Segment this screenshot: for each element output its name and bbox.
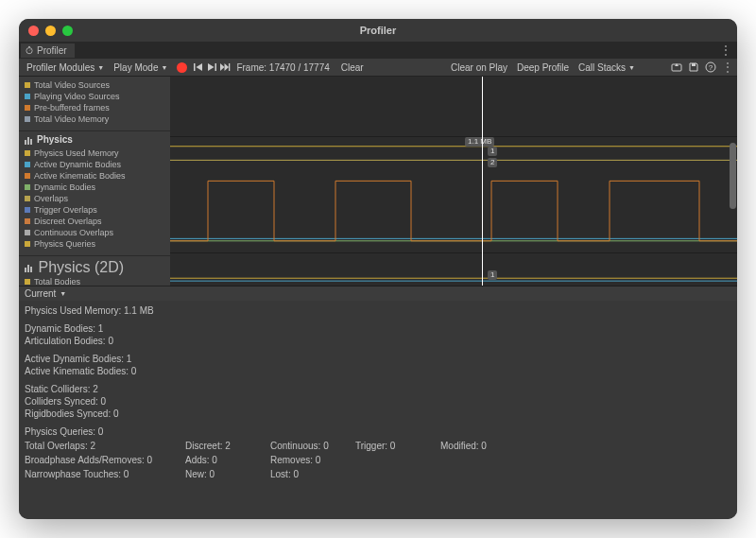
chart-area[interactable]: 1.1 MB 1 2 1 bbox=[170, 77, 737, 286]
toolbar-menu-icon[interactable]: ⋮ bbox=[722, 61, 733, 74]
playmode-dropdown[interactable]: Play Mode▼ bbox=[110, 61, 171, 74]
close-button[interactable] bbox=[28, 26, 39, 36]
legend-label: Dynamic Bodies bbox=[34, 182, 95, 193]
frame-cursor[interactable] bbox=[482, 77, 483, 286]
legend-label: Total Video Sources bbox=[34, 79, 110, 91]
swatch bbox=[25, 150, 30, 156]
svg-rect-4 bbox=[194, 63, 196, 71]
svg-text:?: ? bbox=[709, 63, 713, 72]
svg-rect-18 bbox=[30, 139, 32, 145]
save-icon[interactable] bbox=[688, 61, 699, 73]
legend-item[interactable]: Total Video Sources bbox=[25, 79, 164, 91]
svg-rect-7 bbox=[215, 63, 217, 71]
callstacks-dropdown[interactable]: Call Stacks▼ bbox=[575, 61, 639, 74]
minimize-button[interactable] bbox=[45, 26, 56, 36]
badge-1a: 1 bbox=[488, 147, 497, 156]
badge-2: 2 bbox=[488, 158, 497, 167]
swatch bbox=[25, 105, 30, 111]
svg-rect-19 bbox=[25, 268, 26, 272]
stat-mem: Physics Used Memory: 1.1 MB bbox=[25, 304, 731, 317]
current-dropdown[interactable]: Current▼ bbox=[19, 286, 737, 301]
legend-item[interactable]: Total Video Memory bbox=[25, 113, 164, 125]
svg-line-3 bbox=[29, 49, 30, 50]
legend-item[interactable]: Physics Used Memory bbox=[25, 148, 164, 159]
chart-video bbox=[170, 77, 737, 137]
legend-label: Overlaps bbox=[34, 193, 68, 204]
chart-scrollbar[interactable] bbox=[728, 77, 737, 286]
legend-item[interactable]: Pre-buffered frames bbox=[25, 102, 164, 113]
next-frame-button[interactable] bbox=[206, 61, 217, 73]
tab-menu-icon[interactable]: ⋮ bbox=[720, 43, 731, 57]
swatch bbox=[25, 162, 30, 167]
swatch bbox=[25, 173, 30, 179]
zoom-button[interactable] bbox=[62, 26, 73, 36]
legend-label: Total Video Memory bbox=[34, 113, 109, 125]
legend-label: Trigger Overlaps bbox=[34, 204, 97, 216]
legend-label: Pre-buffered frames bbox=[34, 102, 110, 113]
clear-button[interactable]: Clear bbox=[337, 61, 368, 74]
row-broadphase: Broadphase Adds/Removes: 0 Adds: 0 Remov… bbox=[25, 454, 731, 466]
chart-physics2d: 1 bbox=[170, 253, 737, 286]
legend-label: Physics Used Memory bbox=[34, 148, 119, 159]
legend-item[interactable]: Discreet Overlaps bbox=[25, 216, 164, 227]
deep-profile-toggle[interactable]: Deep Profile bbox=[513, 61, 573, 74]
main-area: Total Video SourcesPlaying Video Sources… bbox=[19, 77, 737, 519]
module-physics[interactable]: Physics Physics Used MemoryActive Dynami… bbox=[19, 131, 170, 256]
profiler-window: Profiler Profiler ⋮ Profiler Modules▼ Pl… bbox=[19, 19, 737, 519]
legend-item[interactable]: Total Bodies bbox=[25, 276, 164, 286]
clear-on-play-toggle[interactable]: Clear on Play bbox=[447, 61, 511, 74]
swatch bbox=[25, 241, 30, 247]
legend-item[interactable]: Active Dynamic Bodies bbox=[25, 159, 164, 170]
legend-item[interactable]: Active Kinematic Bodies bbox=[25, 170, 164, 182]
svg-rect-13 bbox=[692, 63, 696, 66]
tab-profiler[interactable]: Profiler bbox=[21, 43, 75, 58]
module-sidebar: Total Video SourcesPlaying Video Sources… bbox=[19, 77, 170, 286]
profiler-modules-dropdown[interactable]: Profiler Modules▼ bbox=[23, 61, 108, 74]
module-video[interactable]: Total Video SourcesPlaying Video Sources… bbox=[19, 77, 170, 131]
scroll-thumb[interactable] bbox=[730, 143, 736, 209]
legend-item[interactable]: Trigger Overlaps bbox=[25, 204, 164, 216]
legend-label: Playing Video Sources bbox=[34, 91, 119, 102]
stat-pq: Physics Queries: 0 bbox=[25, 425, 731, 438]
module-physics2d[interactable]: Physics (2D) Total Bodies bbox=[19, 256, 170, 286]
stat-static: Static Colliders: 2 bbox=[25, 383, 731, 395]
swatch bbox=[25, 279, 30, 285]
help-icon[interactable]: ? bbox=[705, 61, 716, 73]
legend-label: Physics Queries bbox=[34, 238, 95, 250]
swatch bbox=[25, 207, 30, 213]
module-title-physics: Physics bbox=[25, 134, 164, 145]
svg-marker-9 bbox=[225, 63, 230, 71]
swatch bbox=[25, 184, 30, 190]
window-controls bbox=[28, 26, 73, 36]
load-icon[interactable] bbox=[671, 61, 682, 73]
swatch bbox=[25, 230, 30, 235]
row-narrowphase: Narrowphase Touches: 0 New: 0 Lost: 0 bbox=[25, 468, 731, 480]
legend-item[interactable]: Overlaps bbox=[25, 193, 164, 204]
frame-counter: Frame: 17470 / 17774 bbox=[236, 62, 329, 73]
stat-art: Articulation Bodies: 0 bbox=[25, 335, 731, 347]
svg-rect-1 bbox=[28, 46, 30, 47]
record-button[interactable] bbox=[177, 62, 187, 73]
bars-icon bbox=[25, 135, 34, 145]
svg-rect-17 bbox=[27, 137, 29, 145]
svg-marker-6 bbox=[208, 63, 215, 71]
prev-frame-button[interactable] bbox=[193, 61, 204, 73]
swatch bbox=[25, 94, 30, 99]
stat-csync: Colliders Synced: 0 bbox=[25, 395, 731, 408]
last-frame-button[interactable] bbox=[219, 61, 231, 73]
row-overlaps: Total Overlaps: 2 Discreet: 2 Continuous… bbox=[25, 440, 731, 452]
toolbar: Profiler Modules▼ Play Mode▼ Frame: 1747… bbox=[19, 59, 737, 77]
stopwatch-icon bbox=[25, 45, 34, 55]
stats-block: Physics Used Memory: 1.1 MB Dynamic Bodi… bbox=[19, 301, 737, 484]
bars-icon bbox=[25, 263, 34, 272]
titlebar: Profiler bbox=[19, 19, 737, 42]
legend-item[interactable]: Continuous Overlaps bbox=[25, 227, 164, 238]
tab-bar: Profiler ⋮ bbox=[19, 42, 737, 59]
legend-item[interactable]: Playing Video Sources bbox=[25, 91, 164, 102]
legend-item[interactable]: Physics Queries bbox=[25, 238, 164, 250]
legend-item[interactable]: Dynamic Bodies bbox=[25, 182, 164, 193]
stat-akin: Active Kinematic Bodies: 0 bbox=[25, 365, 731, 377]
swatch bbox=[25, 82, 30, 88]
swatch bbox=[25, 196, 30, 201]
charts-pane: Total Video SourcesPlaying Video Sources… bbox=[19, 77, 737, 286]
